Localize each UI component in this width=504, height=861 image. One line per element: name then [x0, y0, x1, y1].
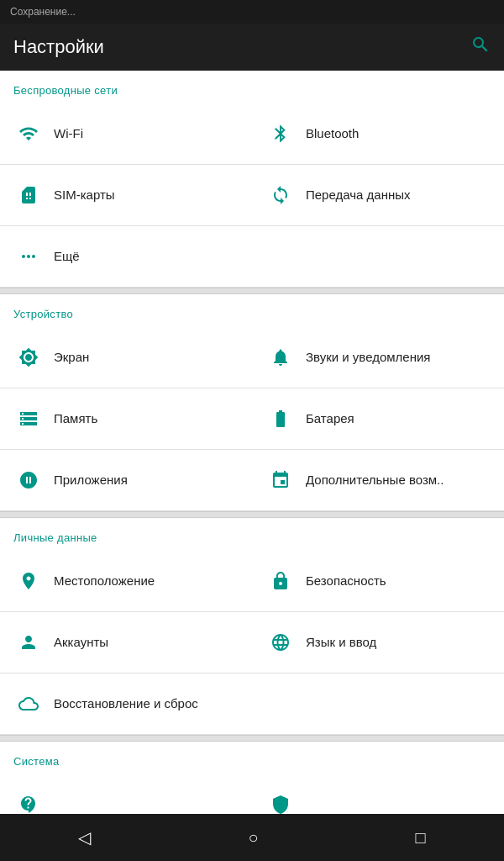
device-grid: Экран Звуки и уведомления Память [0, 327, 504, 511]
divider-3 [0, 735, 504, 742]
more-label: Ещё [54, 248, 80, 265]
battery-icon [265, 404, 296, 434]
battery-label: Батарея [306, 410, 354, 427]
status-bar: Сохранение... [0, 0, 504, 24]
restore-icon [13, 689, 44, 719]
apps-icon [13, 465, 44, 495]
accessibility-icon [265, 465, 296, 495]
settings-item-screen[interactable]: Экран [0, 327, 252, 388]
data-transfer-icon [265, 180, 296, 210]
settings-item-accounts[interactable]: Аккаунты [0, 612, 252, 673]
language-icon [265, 627, 296, 658]
bluetooth-icon [265, 119, 296, 149]
settings-item-location[interactable]: Местоположение [0, 551, 252, 612]
sound-label: Звуки и уведомления [306, 349, 430, 366]
security-icon [265, 566, 296, 596]
settings-item-memory[interactable]: Память [0, 388, 252, 450]
settings-item-restore[interactable]: Восстановление и сброс [0, 673, 504, 735]
top-bar: Настройки [0, 24, 504, 71]
search-button[interactable] [470, 34, 491, 60]
divider-2 [0, 511, 504, 518]
settings-item-sim[interactable]: SIM-карты [0, 165, 252, 226]
settings-item-more[interactable]: Ещё [0, 226, 504, 288]
recent-button[interactable]: □ [398, 821, 442, 854]
memory-label: Память [54, 410, 97, 427]
section-header-wireless: Беспроводные сети [0, 71, 504, 103]
settings-item-bluetooth[interactable]: Bluetooth [252, 103, 504, 165]
settings-item-system-2[interactable] [252, 774, 504, 814]
memory-icon [13, 404, 44, 434]
divider-1 [0, 288, 504, 294]
accessibility-label: Дополнительные возм.. [306, 472, 444, 489]
wifi-label: Wi-Fi [54, 125, 83, 142]
settings-item-data[interactable]: Передача данных [252, 165, 504, 226]
settings-content: Беспроводные сети Wi-Fi Bluetooth [0, 71, 504, 814]
wifi-icon [13, 119, 44, 149]
section-header-system: Система [0, 742, 504, 774]
settings-item-battery[interactable]: Батарея [252, 388, 504, 450]
apps-label: Приложения [54, 472, 128, 489]
data-label: Передача данных [306, 187, 411, 203]
wireless-grid: Wi-Fi Bluetooth SIM-карты [0, 103, 504, 226]
sound-icon [265, 342, 296, 372]
sim-icon [13, 180, 44, 210]
language-label: Язык и ввод [306, 634, 376, 651]
settings-item-wifi[interactable]: Wi-Fi [0, 103, 252, 165]
system-grid [0, 774, 504, 814]
security-label: Безопасность [306, 573, 386, 589]
location-icon [13, 566, 44, 596]
status-text: Сохранение... [10, 6, 76, 18]
page-title: Настройки [13, 36, 104, 58]
settings-item-apps[interactable]: Приложения [0, 450, 252, 511]
settings-item-language[interactable]: Язык и ввод [252, 612, 504, 673]
personal-grid: Местоположение Безопасность Аккаунты [0, 551, 504, 673]
accounts-icon [13, 627, 44, 658]
sim-label: SIM-карты [54, 187, 115, 203]
more-icon [13, 241, 44, 272]
screen-icon [13, 342, 44, 372]
back-button[interactable]: ◁ [61, 821, 108, 854]
section-header-personal: Личные данные [0, 518, 504, 551]
restore-label: Восстановление и сброс [54, 695, 198, 712]
settings-item-sound[interactable]: Звуки и уведомления [252, 327, 504, 388]
bluetooth-label: Bluetooth [306, 125, 359, 142]
location-label: Местоположение [54, 573, 155, 589]
system2-icon [265, 790, 296, 815]
system1-icon [13, 790, 44, 815]
home-button[interactable]: ○ [231, 821, 275, 854]
screen-label: Экран [54, 349, 89, 366]
accounts-label: Аккаунты [54, 634, 108, 651]
bottom-navigation: ◁ ○ □ [0, 814, 504, 861]
settings-item-accessibility[interactable]: Дополнительные возм.. [252, 450, 504, 511]
settings-item-security[interactable]: Безопасность [252, 551, 504, 612]
settings-item-system-1[interactable] [0, 774, 252, 814]
section-header-device: Устройство [0, 294, 504, 327]
